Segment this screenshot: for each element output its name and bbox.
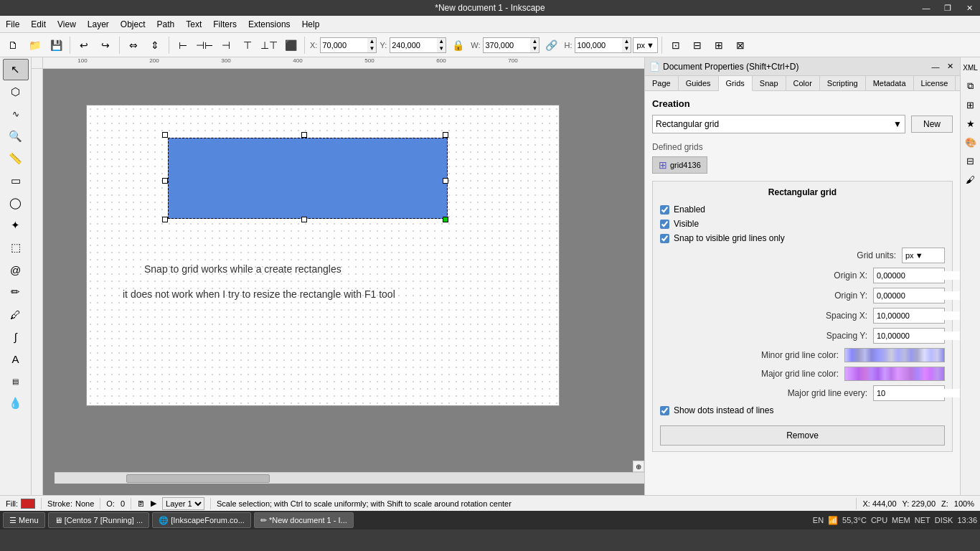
pencil-tool[interactable]: ✏ [3, 281, 29, 303]
grid4136-tab[interactable]: ⊞ grid4136 [652, 156, 707, 174]
star-tool[interactable]: ✦ [3, 215, 29, 236]
handle-tl[interactable] [162, 132, 168, 138]
undo-button[interactable]: ↩ [74, 35, 94, 55]
menu-path[interactable]: Path [151, 17, 181, 32]
handle-mr[interactable] [443, 178, 448, 184]
menu-text[interactable]: Text [180, 17, 207, 32]
major-every-input[interactable] [874, 389, 960, 397]
x-down[interactable]: ▼ [367, 45, 376, 52]
snap-visible-checkbox[interactable] [660, 234, 669, 243]
doc-props-minimize[interactable]: — [930, 61, 941, 72]
spacing-y-input[interactable] [874, 331, 960, 340]
major-color-swatch[interactable] [844, 367, 945, 381]
symbols-btn[interactable]: ★ [962, 115, 979, 132]
handle-tr[interactable] [443, 132, 448, 138]
y-input[interactable] [390, 38, 437, 52]
visible-checkbox[interactable] [660, 220, 669, 229]
menu-extensions[interactable]: Extensions [242, 17, 296, 32]
new-grid-button[interactable]: New [911, 116, 953, 133]
canvas-area[interactable]: 100 200 300 400 500 600 700 [32, 57, 644, 495]
tab-scripting[interactable]: Scripting [820, 76, 866, 90]
open-button[interactable]: 📁 [24, 35, 44, 55]
distribute-button[interactable]: ⬛ [281, 35, 301, 55]
align-btn[interactable]: ⊟ [962, 152, 979, 169]
objects-btn[interactable]: ⊞ [962, 96, 979, 113]
keyboard-indicator[interactable]: EN [813, 516, 824, 524]
fill-color-swatch[interactable] [21, 499, 35, 509]
snap-btn-4[interactable]: ⊠ [730, 35, 750, 55]
h-down[interactable]: ▼ [622, 45, 631, 52]
circle-tool[interactable]: ◯ [3, 192, 29, 214]
handle-ml[interactable] [162, 178, 168, 184]
spacing-x-input[interactable] [874, 311, 960, 320]
canvas-content[interactable]: Snap to grid works while a create rectan… [43, 69, 644, 484]
remove-button[interactable]: Remove [660, 425, 945, 446]
save-button[interactable]: 💾 [46, 35, 66, 55]
show-dots-checkbox[interactable] [660, 406, 669, 415]
menu-layer[interactable]: Layer [82, 17, 115, 32]
handle-br[interactable] [443, 217, 448, 222]
y-down[interactable]: ▼ [437, 45, 446, 52]
measure-tool[interactable]: 📏 [3, 148, 29, 169]
enabled-checkbox[interactable] [660, 205, 669, 215]
layer-select[interactable]: Layer 1 [162, 497, 204, 510]
tab-metadata[interactable]: Metadata [866, 76, 914, 90]
dropper-tool[interactable]: 💧 [3, 392, 29, 414]
tweak-tool[interactable]: ∿ [3, 103, 29, 125]
swatches-btn[interactable]: 🎨 [962, 133, 979, 151]
taskbar-inkscapeforum[interactable]: 🌐 [InkscapeForum.co... [152, 512, 251, 528]
snap-btn-1[interactable]: ⊡ [666, 35, 686, 55]
taskbar-menu[interactable]: ☰ Menu [3, 512, 45, 528]
origin-x-input[interactable] [874, 271, 960, 280]
menu-object[interactable]: Object [115, 17, 151, 32]
menu-file[interactable]: File [0, 17, 25, 32]
y-up[interactable]: ▲ [437, 38, 446, 45]
lock-wh-button[interactable]: 🔗 [541, 35, 561, 55]
w-up[interactable]: ▲ [530, 38, 539, 45]
zoom-tool[interactable]: 🔍 [3, 126, 29, 147]
snap-btn-2[interactable]: ⊟ [687, 35, 707, 55]
tab-color[interactable]: Color [786, 76, 820, 90]
maximize-button[interactable]: ❐ [937, 0, 958, 16]
fill-stroke-btn[interactable]: 🖌 [962, 171, 979, 188]
flip-h-button[interactable]: ⇔ [123, 35, 143, 55]
align-center-h-button[interactable]: ⊣⊢ [194, 35, 215, 55]
select-tool[interactable]: ↖ [3, 59, 29, 80]
align-left-button[interactable]: ⊢ [173, 35, 193, 55]
menu-help[interactable]: Help [296, 17, 326, 32]
tab-license[interactable]: License [914, 76, 956, 90]
pen-tool[interactable]: 🖊 [3, 303, 29, 325]
taskbar-inkscape[interactable]: ✏ *New document 1 - I... [254, 512, 354, 528]
align-right-button[interactable]: ⊣ [216, 35, 236, 55]
text-tool[interactable]: A [3, 348, 29, 369]
blue-rectangle[interactable] [168, 138, 448, 219]
handle-tm[interactable] [301, 132, 307, 138]
gradient-tool[interactable]: ▤ [3, 370, 29, 392]
grid-units-select[interactable]: px ▼ [902, 248, 945, 263]
node-tool[interactable]: ⬡ [3, 81, 29, 103]
flip-v-button[interactable]: ⇕ [145, 35, 165, 55]
w-input[interactable] [484, 38, 530, 52]
3d-box-tool[interactable]: ⬚ [3, 237, 29, 258]
redo-button[interactable]: ↪ [95, 35, 116, 55]
h-up[interactable]: ▲ [622, 38, 631, 45]
unit-select[interactable]: px ▼ [633, 37, 658, 53]
align-center-v-button[interactable]: ⊥⊤ [259, 35, 279, 55]
tab-page[interactable]: Page [645, 76, 679, 90]
h-scroll-thumb[interactable] [126, 474, 270, 483]
menu-filters[interactable]: Filters [207, 17, 242, 32]
x-input[interactable] [321, 38, 367, 52]
h-input[interactable] [575, 38, 622, 52]
menu-view[interactable]: View [52, 17, 82, 32]
w-down[interactable]: ▼ [530, 45, 539, 52]
menu-edit[interactable]: Edit [25, 17, 52, 32]
layers-btn[interactable]: ⧉ [962, 77, 979, 95]
tab-snap[interactable]: Snap [753, 76, 786, 90]
snap-btn-3[interactable]: ⊞ [709, 35, 729, 55]
close-button[interactable]: ✕ [958, 0, 980, 16]
taskbar-centos[interactable]: 🖥 [Centos 7 [Running] ... [48, 512, 150, 528]
handle-bm[interactable] [301, 217, 307, 222]
h-scrollbar[interactable] [55, 472, 644, 484]
lock-aspect-button[interactable]: 🔒 [448, 35, 468, 55]
grid-type-select[interactable]: Rectangular grid ▼ [652, 115, 905, 133]
